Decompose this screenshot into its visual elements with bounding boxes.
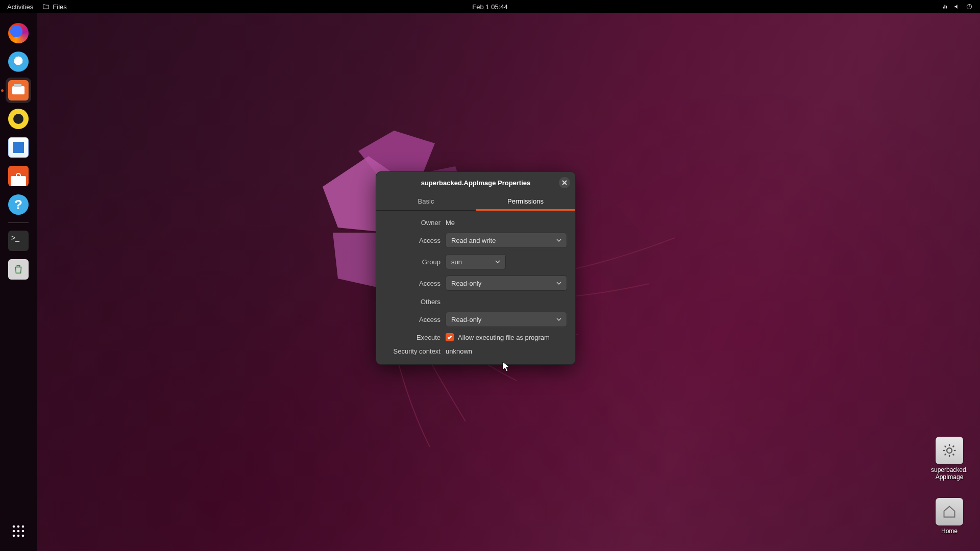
help-icon: ?	[8, 194, 29, 215]
top-menu-bar: Activities Files Feb 1 05:44	[0, 0, 980, 13]
home-icon	[942, 505, 957, 519]
desktop-icon-appimage[interactable]: superbacked. AppImage	[929, 437, 970, 481]
gear-icon	[942, 443, 957, 458]
dock-separator	[8, 222, 29, 223]
execute-label: Execute	[384, 334, 440, 341]
svg-point-2	[13, 525, 15, 528]
group-access-value: Read-only	[451, 280, 481, 287]
dock-firefox[interactable]	[6, 20, 31, 46]
svg-point-3	[17, 525, 20, 528]
tab-basic[interactable]: Basic	[376, 193, 476, 210]
owner-value: Me	[446, 219, 567, 227]
chevron-down-icon	[556, 238, 561, 243]
dock-writer[interactable]	[6, 135, 31, 160]
dock-trash[interactable]	[6, 257, 31, 282]
owner-access-label: Access	[384, 237, 440, 244]
writer-icon	[8, 137, 29, 158]
power-icon	[966, 3, 973, 10]
check-icon	[447, 335, 452, 340]
group-access-label: Access	[384, 280, 440, 287]
svg-line-26	[953, 446, 954, 447]
dialog-title: superbacked.AppImage Properties	[421, 179, 531, 187]
svg-point-6	[17, 530, 20, 533]
firefox-icon	[8, 23, 29, 43]
dock-files[interactable]	[6, 78, 31, 103]
thunderbird-icon	[8, 52, 29, 72]
security-context-value: unknown	[446, 347, 567, 355]
svg-point-18	[947, 448, 952, 453]
svg-point-8	[13, 535, 15, 537]
others-access-value: Read-only	[451, 316, 481, 323]
dock-terminal[interactable]: >_	[6, 228, 31, 254]
desktop-icon-label: Home	[941, 528, 958, 535]
show-applications-button[interactable]	[6, 518, 31, 544]
terminal-icon: >_	[8, 231, 29, 251]
desktop-icon-label: superbacked. AppImage	[931, 466, 968, 481]
home-folder-tile	[936, 498, 963, 525]
close-button[interactable]	[559, 177, 570, 188]
svg-line-25	[945, 454, 946, 456]
dock-software[interactable]	[6, 163, 31, 189]
svg-point-4	[22, 525, 24, 528]
activities-button[interactable]: Activities	[7, 3, 33, 11]
appimage-tile	[936, 437, 963, 464]
grid-icon	[11, 523, 26, 539]
dialog-body: Owner Me Access Read and write Group sun…	[376, 211, 575, 364]
desktop-icon-home[interactable]: Home	[929, 498, 970, 535]
execute-checkbox-label: Allow executing file as program	[458, 334, 550, 341]
clock[interactable]: Feb 1 05:44	[472, 3, 507, 11]
security-context-label: Security context	[384, 347, 440, 355]
svg-point-7	[22, 530, 24, 533]
svg-point-10	[22, 535, 24, 537]
others-access-label: Access	[384, 316, 440, 323]
folder-icon	[42, 3, 50, 10]
software-icon	[8, 166, 29, 186]
checkbox-box	[446, 333, 454, 341]
dock-help[interactable]: ?	[6, 192, 31, 217]
dock-thunderbird[interactable]	[6, 49, 31, 74]
dialog-tabs: Basic Permissions	[376, 193, 575, 211]
owner-access-dropdown[interactable]: Read and write	[446, 233, 567, 248]
svg-point-9	[17, 535, 20, 537]
active-app-label: Files	[53, 3, 66, 11]
group-value: sun	[451, 258, 462, 266]
active-app-menu[interactable]: Files	[42, 3, 66, 11]
dialog-titlebar[interactable]: superbacked.AppImage Properties	[376, 172, 575, 193]
close-icon	[562, 180, 567, 185]
dock: ? >_	[0, 13, 37, 551]
svg-line-24	[953, 454, 954, 456]
others-label: Others	[384, 297, 440, 306]
group-label: Group	[384, 258, 440, 266]
svg-point-5	[13, 530, 15, 533]
tab-permissions[interactable]: Permissions	[476, 193, 575, 211]
group-dropdown[interactable]: sun	[446, 254, 506, 269]
network-icon	[941, 3, 948, 10]
properties-dialog: superbacked.AppImage Properties Basic Pe…	[376, 171, 576, 365]
dock-rhythmbox[interactable]	[6, 106, 31, 132]
files-icon	[8, 80, 29, 101]
chevron-down-icon	[556, 317, 561, 322]
chevron-down-icon	[495, 259, 500, 264]
owner-access-value: Read and write	[451, 237, 496, 244]
volume-icon	[953, 3, 961, 10]
others-access-dropdown[interactable]: Read-only	[446, 312, 567, 327]
rhythmbox-icon	[8, 109, 29, 129]
execute-checkbox[interactable]: Allow executing file as program	[446, 333, 567, 341]
system-status-area[interactable]	[941, 3, 980, 10]
owner-label: Owner	[384, 219, 440, 227]
trash-icon	[8, 259, 29, 280]
chevron-down-icon	[556, 281, 561, 286]
group-access-dropdown[interactable]: Read-only	[446, 276, 567, 291]
svg-line-23	[945, 446, 946, 447]
